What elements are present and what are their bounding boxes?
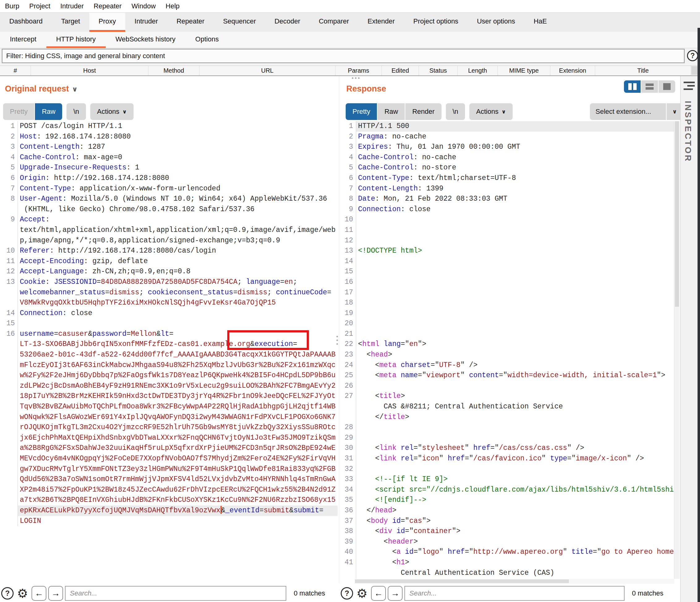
- show-newlines-button[interactable]: \n: [446, 103, 465, 120]
- search-input[interactable]: [65, 586, 286, 601]
- code-line[interactable]: </title>: [340, 412, 674, 423]
- code-line[interactable]: 30 <link rel="stylesheet" href="/cas/css…: [340, 443, 674, 454]
- select-extension-dropdown[interactable]: Select extension... ∨: [590, 103, 683, 120]
- code-line[interactable]: epKRxACELukPkD7yyXcfojUQMJVqMsDAHQTfbvXa…: [0, 505, 338, 516]
- code-line[interactable]: 34 <script src="//cdnjs.cloudflare.com/a…: [340, 485, 674, 495]
- code-line[interactable]: 11Accept-Encoding: gzip, deflate: [0, 256, 338, 267]
- code-line[interactable]: Central Authentication Service (CAS): [340, 568, 674, 578]
- code-line[interactable]: 37 <body id="cas">: [340, 516, 674, 527]
- menu-item-burp[interactable]: Burp: [0, 2, 24, 10]
- gear-icon[interactable]: ⚙: [16, 586, 30, 600]
- code-line[interactable]: 8Date: Mon, 21 Feb 2022 08:33:03 GMT: [340, 194, 674, 204]
- tab-user-options[interactable]: User options: [468, 13, 524, 32]
- code-line[interactable]: 6Content-Type: text/html;charset=UTF-8: [340, 173, 674, 184]
- table-splitter-handle[interactable]: [352, 77, 359, 79]
- code-line[interactable]: 25 <meta name="viewport" content="width=…: [340, 370, 674, 381]
- pretty-button[interactable]: Pretty: [346, 103, 377, 120]
- code-line[interactable]: 11: [340, 225, 674, 235]
- code-line[interactable]: 3Expires: Thu, 01 Jan 1970 00:00:00 GMT: [340, 142, 674, 152]
- code-line[interactable]: 26: [340, 381, 674, 392]
- column-header-method[interactable]: Method: [148, 66, 199, 75]
- code-line[interactable]: zdLPW2cjBcDsmAoBhEB4yF9zH91RNEmc3XK1o9rV…: [0, 381, 338, 392]
- code-line[interactable]: 23 <head>: [340, 350, 674, 360]
- code-line[interactable]: 27 <title>: [340, 391, 674, 402]
- code-line[interactable]: 10Referer: http://192.168.174.128:8080/c…: [0, 246, 338, 256]
- code-line[interactable]: 31 <link rel="icon" href="/cas/favicon.i…: [340, 454, 674, 464]
- code-line[interactable]: 38 <div id="container">: [340, 526, 674, 537]
- help-icon[interactable]: ?: [341, 587, 353, 600]
- code-line[interactable]: 4Cache-Control: max-age=0: [0, 152, 338, 163]
- split-rows-view-button[interactable]: [641, 80, 658, 93]
- split-columns-view-button[interactable]: [624, 80, 641, 93]
- code-line[interactable]: 12Accept-Language: zh-CN,zh;q=0.9,en;q=0…: [0, 267, 338, 277]
- tab-project-options[interactable]: Project options: [404, 13, 468, 32]
- code-line[interactable]: 22<html lang="en">: [340, 339, 674, 350]
- code-line[interactable]: 41 <h1>: [340, 557, 674, 568]
- menu-item-window[interactable]: Window: [126, 2, 160, 10]
- previous-match-button[interactable]: ←: [31, 586, 46, 601]
- actions-button[interactable]: Actions∨: [90, 103, 133, 120]
- render-button[interactable]: Render: [405, 103, 441, 120]
- code-line[interactable]: rOJQUKOjmTkgTL3m2Cxu4O2YjmzccRF9E52hlrUh…: [0, 422, 338, 433]
- subtab-intercept[interactable]: Intercept: [0, 32, 46, 48]
- code-line[interactable]: 18pI7uY%2B%2BrMzKEHRIk59nHxd3ctDwTDE3TDy…: [0, 391, 338, 402]
- request-pane-title[interactable]: Original request∨: [5, 84, 78, 94]
- menu-item-project[interactable]: Project: [24, 2, 55, 10]
- code-line[interactable]: V8MWkRvgqOXktbU5HqhpTYF2i6xiMxHOkcNlSQjh…: [0, 298, 338, 308]
- code-line[interactable]: 3Content-Length: 1287: [0, 142, 338, 152]
- request-editor[interactable]: 1POST /cas/login HTTP/1.12Host: 192.168.…: [0, 121, 338, 583]
- help-icon[interactable]: ?: [1, 587, 14, 600]
- code-line[interactable]: 1POST /cas/login HTTP/1.1: [0, 121, 338, 132]
- code-line[interactable]: 21: [340, 329, 674, 340]
- single-pane-view-button[interactable]: [658, 80, 675, 93]
- pane-divider-handle[interactable]: [336, 336, 338, 345]
- response-editor[interactable]: 1HTTP/1.1 5002Pragma: no-cache3Expires: …: [340, 121, 674, 579]
- column-header-mime-type[interactable]: MIME type: [498, 66, 550, 75]
- code-line[interactable]: 13Cookie: JSESSIONID=84D8DA888289DA72580…: [0, 277, 338, 287]
- filter-box[interactable]: Filter: Hiding CSS, image and general bi…: [2, 49, 684, 63]
- code-line[interactable]: welcomebanner_status=dismiss; cookiecons…: [0, 287, 338, 298]
- column-header-status[interactable]: Status: [419, 66, 457, 75]
- code-line[interactable]: 24 <meta charset="UTF-8" />: [340, 360, 674, 371]
- menu-item-help[interactable]: Help: [161, 2, 184, 10]
- tab-hae[interactable]: HaE: [524, 13, 556, 32]
- code-line[interactable]: 32: [340, 464, 674, 475]
- code-line[interactable]: 10: [340, 215, 674, 225]
- help-icon[interactable]: ?: [687, 50, 698, 61]
- code-line[interactable]: text/html,application/xhtml+xml,applicat…: [0, 225, 338, 235]
- code-line[interactable]: 14Connection: close: [0, 308, 338, 319]
- code-line[interactable]: 28: [340, 422, 674, 433]
- tab-intruder[interactable]: Intruder: [125, 13, 167, 32]
- code-line[interactable]: 2Pragma: no-cache: [340, 132, 674, 142]
- code-line[interactable]: 12: [340, 235, 674, 246]
- inspector-sidebar[interactable]: INSPECTOR: [680, 76, 698, 602]
- menu-item-repeater[interactable]: Repeater: [89, 2, 127, 10]
- code-line[interactable]: w%2Fy%2F2eJHmj6DyDbbq7p%2FaOgsfWk1s7D8Ye…: [0, 370, 338, 381]
- code-line[interactable]: 15: [0, 319, 338, 329]
- show-newlines-button[interactable]: \n: [67, 103, 86, 120]
- code-line[interactable]: XP2m48i57%2FpOuKP1%2BW18z45JZecCAwdu62Fr…: [0, 485, 338, 495]
- column-header-length[interactable]: Length: [457, 66, 498, 75]
- code-line[interactable]: MEVcdOcy6m4vNKOgpqYj%2FoCeDE7XXopfNVobOA…: [0, 454, 338, 464]
- code-line[interactable]: jx6EjchPhMaXtQEHpiXhdSnbxgVbDTwaLXXxr%2F…: [0, 433, 338, 443]
- code-line[interactable]: 15: [340, 267, 674, 277]
- code-line[interactable]: 9Connection: close: [340, 204, 674, 215]
- tab-decoder[interactable]: Decoder: [265, 13, 309, 32]
- code-line[interactable]: a7tx%2B6T%2BPQ8EInVXGhiubHJdB%2FKnFkbCUS…: [0, 495, 338, 505]
- raw-button[interactable]: Raw: [377, 103, 405, 120]
- code-line[interactable]: 14: [340, 256, 674, 267]
- code-line[interactable]: TqvB%2BvBZAwUibMoTQChPLfmOoa8Wkr3%2FBcyW…: [0, 402, 338, 412]
- code-line[interactable]: 29: [340, 433, 674, 443]
- code-line[interactable]: 39 <header>: [340, 537, 674, 547]
- gear-icon[interactable]: ⚙: [355, 586, 369, 600]
- code-line[interactable]: 1HTTP/1.1 500: [340, 121, 674, 132]
- tab-extender[interactable]: Extender: [358, 13, 404, 32]
- code-line[interactable]: CAS &#8211; Central Authentication Servi…: [340, 402, 674, 412]
- code-line[interactable]: 35 <![endif]-->: [340, 495, 674, 505]
- column-header-url[interactable]: URL: [199, 66, 335, 75]
- subtab-websockets-history[interactable]: WebSockets history: [106, 32, 185, 48]
- menu-item-intruder[interactable]: Intruder: [55, 2, 89, 10]
- subtab-options[interactable]: Options: [185, 32, 229, 48]
- code-line[interactable]: 18: [340, 298, 674, 308]
- code-line[interactable]: LOGIN: [0, 516, 338, 527]
